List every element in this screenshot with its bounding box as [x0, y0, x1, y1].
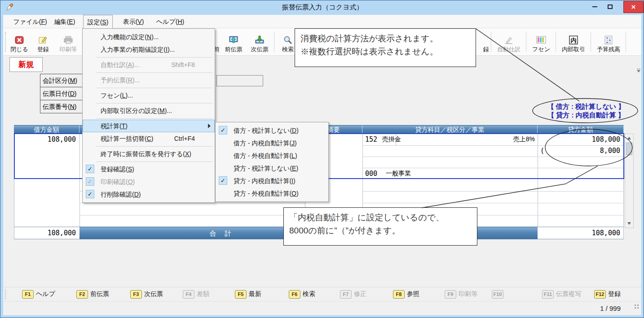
scroll-up-icon[interactable] — [627, 137, 631, 139]
settings-menu: 入力機能の設定(N)... 入力事業の初期値設定(I)... 自動仕訳(A)..… — [82, 28, 215, 203]
resize-grip-icon[interactable] — [635, 307, 636, 309]
submenu-item-credit-no-tax[interactable]: 貸方 - 税計算しない(E) — [216, 162, 328, 175]
tax-submenu: ✓借方 - 税計算しない(D) 借方 - 内税自動計算(J) 借方 - 外税自動… — [215, 122, 329, 202]
scrollbar-thumb[interactable] — [626, 143, 632, 155]
submenu-item-debit-inclusive-tax[interactable]: 借方 - 内税自動計算(J) — [216, 137, 328, 149]
fusen-tags-icon — [536, 34, 547, 46]
fn-f11-slip-copy[interactable]: F11伝票複写 — [542, 289, 581, 299]
next-slip-icon — [254, 34, 265, 46]
fn-f4-difference[interactable]: F4差額 — [183, 289, 209, 299]
cell-tax-class[interactable]: 売上8% — [450, 135, 535, 143]
function-key-bar: F1ヘルプ F2前伝票 F3次伝票 F4差額 F5最新 F6検索 F7修正 F8… — [3, 287, 641, 300]
slip-date-label: 伝票日付(D) — [40, 87, 83, 100]
fn-f1-help[interactable]: F1ヘルプ — [22, 289, 55, 299]
grid-scrollbar[interactable] — [625, 134, 634, 228]
menu-item-internal-transaction-settings[interactable]: 内部取引区分の設定(M)... — [83, 104, 215, 117]
fn-f2-prev-slip[interactable]: F2前伝票 — [76, 289, 109, 299]
print-button[interactable]: 印刷等 — [56, 30, 80, 54]
top-callout: 消費税の計算方法が表示されます。 ※複数行選択時は表示されません。 — [295, 28, 476, 67]
f9-key-icon: F9 — [445, 290, 456, 299]
menu-item-register-confirm[interactable]: ✓登録確認(S) — [83, 163, 215, 175]
header-credit-amount: 貸方金額 — [538, 125, 624, 134]
menu-item-print-confirm[interactable]: ✓印刷確認(O) — [83, 175, 215, 188]
checkmark-icon: ✓ — [86, 177, 94, 186]
menu-item-auto-journal[interactable]: 自動仕訳(A)...Shift+F8 — [83, 58, 215, 71]
checkmark-icon: ✓ — [86, 165, 94, 173]
fnbar-grip[interactable] — [5, 289, 6, 299]
slip-counter: 1 / 999 — [600, 305, 621, 312]
maximize-icon — [608, 4, 613, 9]
cell-business-code[interactable]: 000 — [365, 170, 377, 178]
fusen-button[interactable]: フセン — [529, 30, 554, 54]
f6-key-icon: F6 — [289, 290, 300, 299]
close-button[interactable]: × — [623, 1, 644, 13]
auto-journal-pencil-icon — [503, 34, 514, 46]
cell-credit-name[interactable]: 売掛金 — [382, 135, 401, 143]
menu-item-issue-slip-on-exit[interactable]: 終了時に振替伝票を発行する(X) — [83, 148, 215, 160]
minimize-button[interactable] — [588, 0, 601, 13]
menu-item-tax-calc-bulk-switch[interactable]: 税計算一括切替(C)Ctrl+F4 — [83, 132, 215, 145]
fn-f5-latest[interactable]: F5最新 — [235, 289, 261, 299]
fn-f7-modify[interactable]: F7修正 — [340, 289, 366, 299]
submenu-item-debit-no-tax[interactable]: ✓借方 - 税計算しない(D) — [216, 124, 328, 137]
printer-icon — [63, 34, 73, 46]
empty-field[interactable] — [216, 75, 263, 86]
menu-item-fusen[interactable]: フセン(L)... — [83, 89, 215, 102]
toolbar-overflow-icon[interactable] — [635, 69, 642, 76]
cell-credit-amount[interactable]: 108,000 — [539, 135, 620, 143]
menu-item-reserved-slip[interactable]: 予約伝票(R)... — [83, 74, 215, 86]
budget-balance-button[interactable]: 予算残高 — [593, 30, 624, 54]
menu-item-row-delete-confirm[interactable]: ✓行削除確認(D) — [83, 188, 215, 201]
fn-f10[interactable]: F10 — [492, 289, 506, 299]
prev-slip-button[interactable]: 前伝票 — [221, 30, 246, 54]
cell-business-name[interactable]: 一般事業 — [386, 170, 411, 178]
fn-f9-print[interactable]: F9印刷等 — [445, 289, 477, 299]
menu-file[interactable]: ファイル(F) — [13, 15, 47, 28]
fn-f8-reference[interactable]: F8参照 — [393, 289, 419, 299]
checkmark-icon: ✓ — [219, 176, 227, 185]
total-credit-amount: 108,000 — [539, 229, 620, 237]
auto-journal-button[interactable]: 自動仕訳 — [494, 30, 524, 54]
cell-debit-amount[interactable]: 108,000 — [17, 135, 76, 143]
maximize-button[interactable] — [603, 0, 617, 13]
menu-help[interactable]: ヘルプ(H) — [154, 15, 186, 28]
close-red-icon — [14, 34, 24, 46]
fn-f12-register[interactable]: F12登録 — [594, 289, 621, 299]
budget-grid-icon — [604, 34, 613, 46]
account-class-label: 会計区分(M) — [40, 74, 83, 87]
cell-credit-code[interactable]: 152 — [365, 135, 377, 143]
menu-item-input-business-defaults[interactable]: 入力事業の初期値設定(I)... — [83, 43, 215, 56]
close-window-button[interactable]: 閉じる — [8, 30, 31, 54]
menu-view[interactable]: 表示(V) — [119, 15, 148, 28]
svg-text:内: 内 — [571, 37, 577, 44]
menu-item-input-function-settings[interactable]: 入力機能の設定(N)... — [83, 31, 215, 43]
menu-bar: ファイル(F) 編集(E) 設定(S) 表示(V) ヘルプ(H) — [3, 15, 641, 28]
tax-mode-note: 【 借方 : 税計算しない 】 【 貸方 : 内税自動計算 】 — [533, 102, 639, 119]
cell-tax-amount[interactable]: 8,000 — [539, 147, 620, 155]
internal-transaction-button[interactable]: 内 内部取引 — [558, 30, 589, 54]
menu-settings[interactable]: 設定(S) — [83, 15, 113, 28]
menu-edit[interactable]: 編集(E) — [51, 15, 79, 28]
window-title: 振替伝票入力（コクヨ式） — [0, 3, 644, 12]
submenu-item-credit-inclusive-tax[interactable]: ✓貸方 - 内税自動計算(I) — [216, 175, 328, 187]
f3-key-icon: F3 — [130, 290, 142, 299]
status-bar: 1 / 999 — [3, 301, 641, 315]
f11-key-icon: F11 — [542, 290, 554, 299]
toolbar-grip[interactable] — [5, 32, 6, 52]
title-bar: 振替伝票入力（コクヨ式） × — [0, 0, 644, 15]
fn-f3-next-slip[interactable]: F3次伝票 — [130, 289, 163, 299]
f4-key-icon: F4 — [183, 290, 194, 299]
submenu-item-credit-exclusive-tax[interactable]: 貸方 - 外税自動計算(O) — [216, 187, 328, 200]
next-slip-button[interactable]: 次伝票 — [247, 30, 272, 54]
slip-number-label: 伝票番号(N) — [40, 100, 83, 113]
submenu-item-debit-exclusive-tax[interactable]: 借方 - 外税自動計算(L) — [216, 149, 328, 162]
register-icon — [38, 34, 48, 46]
bottom-callout: 「内税自動計算」に設定しているので、 8000の前に”（”が付きます。 — [283, 207, 477, 246]
fn-f6-search[interactable]: F6検索 — [289, 289, 315, 299]
scroll-down-icon[interactable] — [627, 222, 631, 225]
f10-key-icon: F10 — [492, 290, 503, 299]
register-button[interactable]: 登録 — [33, 30, 53, 54]
menu-item-tax-calculation[interactable]: 税計算(T) — [83, 120, 215, 132]
app-window: 振替伝票入力（コクヨ式） × ファイル(F) 編集(E) 設定(S) 表示(V)… — [0, 0, 644, 318]
f12-key-icon: F12 — [594, 290, 606, 299]
